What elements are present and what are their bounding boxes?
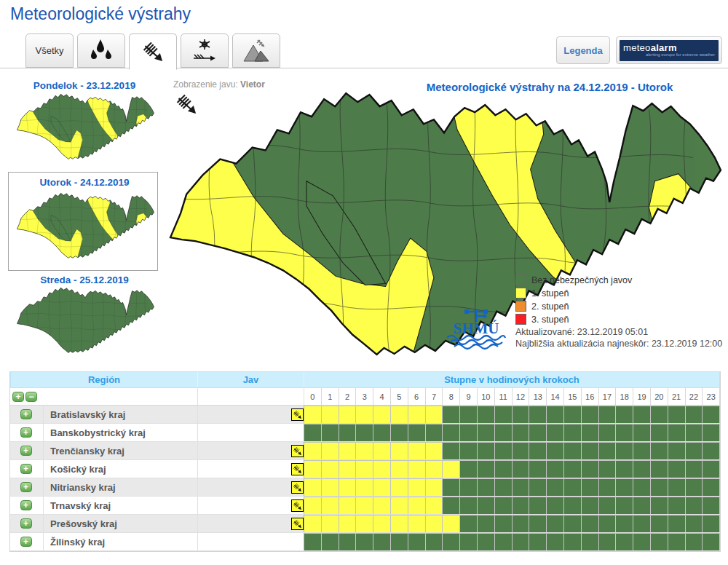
update-info: Aktualizované: 23.12.2019 05:01 Najbližš… [515, 327, 728, 349]
tab-all-warnings[interactable]: Všetky [25, 33, 74, 68]
hour-cell-no-warning [547, 460, 564, 478]
hour-cell-no-warning [599, 442, 617, 459]
hour-cell-no-warning [529, 533, 547, 550]
phenomenon-cell [198, 515, 304, 532]
hour-cell-no-warning [633, 478, 651, 496]
hour-cell-no-warning [582, 515, 599, 532]
expand-row-button[interactable]: + [20, 427, 32, 438]
hour-cell-no-warning [460, 460, 478, 478]
expand-row-button[interactable]: + [20, 482, 32, 492]
expand-all-button[interactable]: + [12, 392, 24, 402]
wind-warning-icon[interactable] [291, 463, 304, 475]
expand-row-button[interactable]: + [20, 446, 32, 456]
shmu-logo-text: SHMÚ [454, 320, 499, 337]
hour-cell-level1 [322, 515, 339, 532]
hour-cell-level1 [391, 497, 408, 514]
hour-cell-no-warning [529, 460, 547, 478]
table-header-row: Región Jav Stupne v hodinových krokoch [10, 371, 720, 388]
wind-warning-icon[interactable] [291, 481, 304, 494]
hour-cell-level1 [356, 478, 373, 496]
collapse-all-button[interactable]: − [25, 392, 37, 402]
hour-cell-no-warning [495, 460, 513, 478]
tab-avalanche[interactable] [232, 33, 280, 68]
expand-row-button[interactable]: + [20, 409, 32, 419]
mini-map-monday[interactable] [16, 92, 154, 160]
hour-label: 17 [599, 388, 617, 405]
hour-label: 13 [529, 388, 547, 405]
wind-warning-icon[interactable] [291, 408, 304, 421]
expand-row-button[interactable]: + [20, 464, 32, 474]
wind-warning-icon[interactable] [291, 518, 304, 530]
mini-map-wednesday[interactable] [16, 286, 154, 354]
legend-entry-label: 2. stupeň [531, 301, 569, 312]
expand-cell: + [10, 424, 44, 441]
hour-cell-no-warning [443, 424, 460, 441]
hour-cell-level1 [426, 406, 443, 423]
meteo-warnings-page: Meteorologické výstrahy Všetky [0, 0, 728, 565]
hour-cell-no-warning [322, 424, 339, 441]
hour-cell-no-warning [339, 424, 357, 441]
hour-cell-no-warning [599, 478, 617, 496]
tabs-separator [0, 68, 728, 68]
tab-snow-drift[interactable] [181, 33, 229, 68]
hour-cell-no-warning [513, 406, 530, 423]
hour-cell-level1 [391, 478, 408, 496]
hour-cell-level1 [408, 406, 426, 423]
column-header-phenomenon: Jav [198, 372, 304, 387]
hour-label: 18 [616, 388, 633, 405]
mini-map-tuesday[interactable] [16, 191, 154, 259]
hour-cell-level1 [339, 442, 357, 459]
hour-cell-no-warning [529, 497, 547, 514]
meteoalarm-button[interactable]: meteoalarm alerting europe for extreme w… [616, 36, 722, 64]
map-legend-entry: 3. stupeň [515, 314, 632, 325]
hour-cell-no-warning [443, 478, 460, 496]
wind-warning-icon[interactable] [291, 499, 304, 512]
hour-label: 3 [356, 388, 373, 405]
hour-cells [304, 442, 720, 459]
hour-cell-no-warning [686, 424, 703, 441]
hour-cell-level1 [356, 515, 373, 532]
hour-cell-no-warning [304, 533, 322, 550]
hour-cells [304, 406, 720, 423]
hour-cell-no-warning [616, 406, 633, 423]
hour-cell-level1 [426, 478, 443, 496]
wind-warning-icon[interactable] [291, 445, 304, 457]
expand-row-button[interactable]: + [20, 537, 32, 547]
hour-cell-no-warning [703, 460, 720, 478]
hour-cell-no-warning [513, 424, 530, 441]
hour-cell-no-warning [513, 497, 530, 514]
map-legend-entry: 1. stupeň [515, 288, 632, 299]
hour-cell-no-warning [460, 406, 478, 423]
legend-button[interactable]: Legenda [556, 36, 610, 64]
hour-cell-no-warning [495, 442, 513, 459]
hour-cell-no-warning [633, 515, 651, 532]
hour-cell-no-warning [564, 533, 582, 550]
hour-cell-no-warning [408, 424, 426, 441]
hour-cell-no-warning [460, 442, 478, 459]
day-label-tuesday: Utorok - 24.12.2019 [10, 177, 159, 188]
hour-cell-no-warning [616, 460, 633, 478]
hour-cell-no-warning [651, 406, 668, 423]
hour-cell-no-warning [495, 533, 513, 550]
tab-wind[interactable] [129, 33, 177, 70]
hour-cell-no-warning [668, 406, 686, 423]
hour-cell-no-warning [616, 478, 633, 496]
hour-cell-no-warning [495, 424, 513, 441]
hour-cell-no-warning [686, 460, 703, 478]
hour-label: 22 [686, 388, 703, 405]
hour-cell-no-warning [703, 478, 720, 496]
hour-cell-no-warning [599, 406, 617, 423]
hour-cell-no-warning [513, 442, 530, 459]
hour-label: 19 [633, 388, 651, 405]
hour-cell-level1 [304, 442, 322, 459]
phenomenon-cell [198, 424, 304, 441]
subheader-phenomenon-spacer [198, 388, 304, 405]
tab-rain[interactable] [77, 33, 125, 68]
hour-cell-no-warning [529, 424, 547, 441]
hour-cell-no-warning [668, 460, 686, 478]
hour-cell-no-warning [633, 533, 651, 550]
expand-row-button[interactable]: + [20, 518, 32, 529]
table-row: +Banskobystrický kraj [10, 424, 720, 442]
hour-label: 12 [513, 388, 530, 405]
expand-row-button[interactable]: + [20, 500, 32, 510]
